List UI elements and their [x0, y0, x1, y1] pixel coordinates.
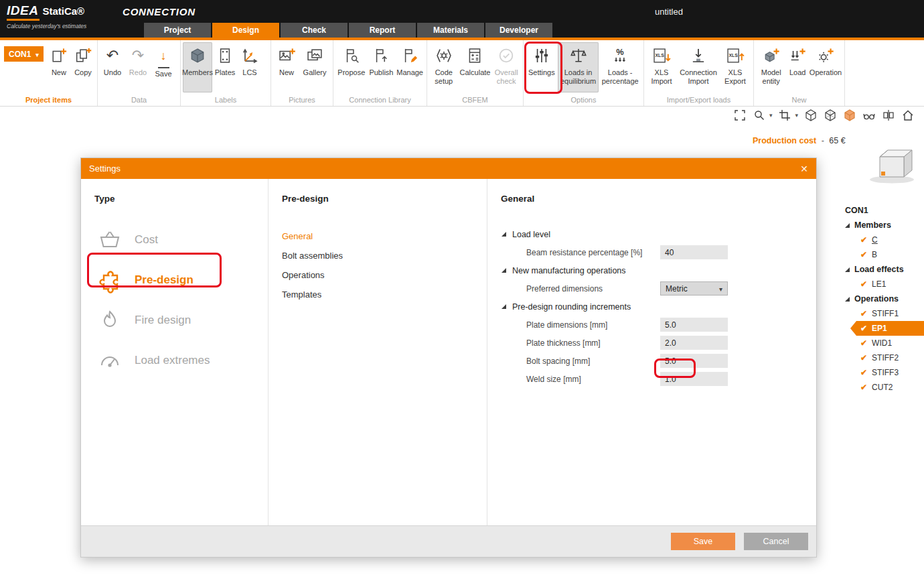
- type-item-pre-design[interactable]: Pre-design: [94, 260, 268, 300]
- checkbox-checked-icon[interactable]: [860, 383, 867, 391]
- expander-icon[interactable]: [845, 267, 850, 272]
- tree-item-wid1[interactable]: WID1: [840, 336, 924, 350]
- cube-solid-view-icon[interactable]: [843, 109, 856, 122]
- checkbox-checked-icon[interactable]: [860, 354, 867, 362]
- connection-thumbnail[interactable]: [861, 145, 923, 185]
- checkbox-checked-icon[interactable]: [860, 280, 867, 288]
- tree-item-stiff2[interactable]: STIFF2: [840, 350, 924, 365]
- nav-item-general[interactable]: General: [282, 226, 487, 246]
- checkbox-checked-icon[interactable]: [860, 236, 867, 244]
- model-entity-button[interactable]: Model entity: [756, 42, 786, 92]
- plate-dimensions-input[interactable]: [660, 318, 728, 332]
- type-item-cost[interactable]: Cost: [94, 220, 268, 260]
- clip-view-icon[interactable]: [778, 109, 791, 122]
- tree-group-label: Members: [854, 220, 891, 230]
- loads-percentage-button[interactable]: % Loads - percentage: [599, 42, 641, 92]
- checkbox-checked-icon[interactable]: [860, 324, 867, 332]
- home-view-icon[interactable]: [901, 109, 915, 122]
- overall-check-button[interactable]: Overall check: [491, 42, 521, 92]
- tree-group-operations[interactable]: Operations: [840, 291, 924, 306]
- new-picture-button[interactable]: New: [273, 42, 300, 92]
- propose-button[interactable]: Propose: [335, 42, 368, 92]
- checkbox-checked-icon[interactable]: [860, 310, 867, 318]
- tree-item-le1[interactable]: LE1: [840, 277, 924, 291]
- loads-in-equilibrium-button[interactable]: Loads in equilibrium: [558, 42, 599, 92]
- xls-export-button[interactable]: XLS XLS Export: [720, 42, 751, 92]
- checkbox-checked-icon[interactable]: [860, 369, 867, 377]
- cancel-button[interactable]: Cancel: [744, 533, 808, 550]
- cube-iso-view-icon[interactable]: [824, 109, 837, 122]
- section-new-manufacturing-operations[interactable]: New manufacturing operations: [501, 261, 816, 279]
- beam-resistance-input[interactable]: [660, 245, 728, 259]
- tab-design[interactable]: Design: [212, 23, 279, 38]
- manage-button[interactable]: Manage: [395, 42, 425, 92]
- xls-import-button[interactable]: XLS XLS Import: [646, 42, 677, 92]
- members-toggle-button[interactable]: Members: [183, 42, 212, 92]
- row-beam-resistance: Beam resistance percentage [%]: [501, 243, 816, 261]
- type-item-fire-design[interactable]: Fire design: [94, 300, 268, 340]
- zoom-icon[interactable]: [753, 109, 766, 122]
- publish-button[interactable]: Publish: [368, 42, 396, 92]
- expander-icon[interactable]: [845, 223, 850, 228]
- tab-developer[interactable]: Developer: [485, 23, 552, 38]
- code-setup-button[interactable]: Code setup: [429, 42, 459, 92]
- cube-view-icon[interactable]: [804, 109, 818, 122]
- tree-item-cut2[interactable]: CUT2: [840, 380, 924, 395]
- button-label: XLS Import: [647, 68, 676, 85]
- dialog-title: Settings: [89, 164, 121, 174]
- tree-root-con1[interactable]: CON1: [840, 203, 924, 218]
- glasses-view-icon[interactable]: [862, 109, 876, 122]
- dialog-title-bar[interactable]: Settings ✕: [81, 158, 816, 179]
- tree-item-c[interactable]: C: [840, 233, 924, 247]
- preferred-dimensions-select[interactable]: Metric: [660, 281, 728, 296]
- section-planes-icon[interactable]: [882, 109, 895, 122]
- plates-toggle-button[interactable]: Plates: [212, 42, 238, 92]
- weld-size-input[interactable]: [660, 372, 728, 386]
- connection-import-button[interactable]: Connection Import: [677, 42, 720, 92]
- close-icon[interactable]: ✕: [800, 164, 808, 174]
- tab-report[interactable]: Report: [349, 23, 416, 38]
- ribbon: CON1 New Copy Project items: [0, 40, 924, 107]
- copy-project-item-button[interactable]: Copy: [71, 42, 95, 92]
- calculate-button[interactable]: Calculate: [459, 42, 492, 92]
- tab-materials[interactable]: Materials: [417, 23, 484, 38]
- section-load-level[interactable]: Load level: [501, 225, 816, 243]
- clip-options-caret[interactable]: [795, 112, 798, 119]
- nav-item-templates[interactable]: Templates: [282, 285, 487, 304]
- tree-item-stiff3[interactable]: STIFF3: [840, 365, 924, 380]
- tree-group-load-effects[interactable]: Load effects: [840, 262, 924, 277]
- checkbox-checked-icon[interactable]: [860, 251, 867, 259]
- button-label: Publish: [369, 68, 393, 77]
- tree-group-members[interactable]: Members: [840, 218, 924, 233]
- checkbox-checked-icon[interactable]: [860, 339, 867, 347]
- new-load-button[interactable]: Load: [786, 42, 809, 92]
- plate-thickness-input[interactable]: [660, 336, 728, 350]
- save-button-ribbon[interactable]: Save: [151, 42, 176, 92]
- nav-item-operations[interactable]: Operations: [282, 265, 487, 285]
- tab-project[interactable]: Project: [144, 23, 211, 38]
- tab-check[interactable]: Check: [281, 23, 348, 38]
- new-operation-button[interactable]: Operation: [809, 42, 842, 92]
- bolt-spacing-input[interactable]: [660, 354, 728, 368]
- nav-item-bolt-assemblies[interactable]: Bolt assemblies: [282, 246, 487, 265]
- fit-view-icon[interactable]: [733, 109, 747, 122]
- row-bolt-spacing: Bolt spacing [mm]: [501, 352, 816, 370]
- expander-icon[interactable]: [845, 297, 850, 302]
- new-project-item-button[interactable]: New: [47, 42, 71, 92]
- gallery-button[interactable]: Gallery: [300, 42, 329, 92]
- tree-item-ep1-selected[interactable]: EP1: [850, 321, 924, 336]
- undo-button[interactable]: Undo: [100, 42, 125, 92]
- button-label: Gallery: [303, 68, 327, 77]
- section-rounding-increments[interactable]: Pre-design rounding increments: [501, 298, 816, 316]
- new-item-icon: [50, 44, 68, 67]
- zoom-options-caret[interactable]: [769, 112, 773, 119]
- save-button[interactable]: Save: [671, 533, 735, 550]
- tree-item-stiff1[interactable]: STIFF1: [840, 306, 924, 321]
- connection-selector[interactable]: CON1: [4, 46, 44, 62]
- lcs-toggle-button[interactable]: LCS: [238, 42, 262, 92]
- type-item-load-extremes[interactable]: Load extremes: [94, 340, 268, 381]
- settings-button[interactable]: Settings: [526, 42, 558, 92]
- svg-text:XLS: XLS: [655, 53, 664, 58]
- redo-button[interactable]: Redo: [125, 42, 151, 92]
- tree-item-b[interactable]: B: [840, 247, 924, 262]
